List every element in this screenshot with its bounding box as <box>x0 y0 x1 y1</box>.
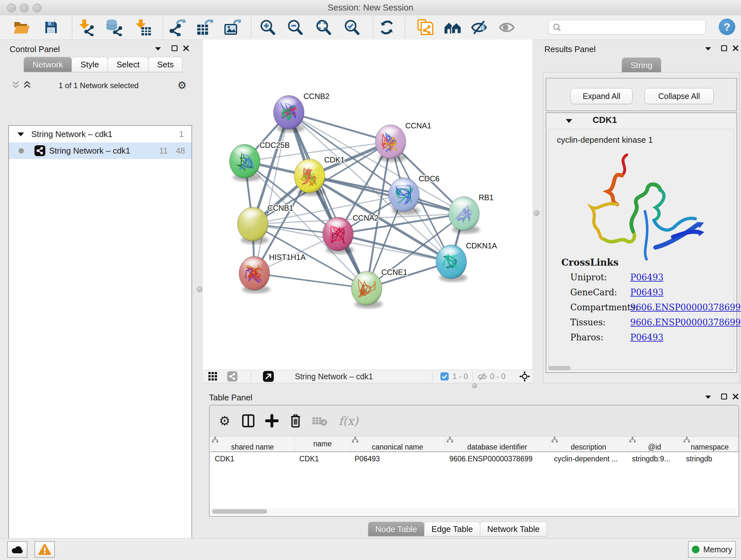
show-columns-icon[interactable] <box>239 412 258 430</box>
selected-checkbox-icon[interactable] <box>441 372 449 381</box>
panel-menu-icon[interactable] <box>152 44 163 54</box>
delete-table-icon[interactable] <box>311 412 329 430</box>
network-node-CDC6[interactable] <box>389 178 420 215</box>
tab-edge-table[interactable]: Edge Table <box>424 522 480 537</box>
save-session-button[interactable] <box>41 18 61 37</box>
zoom-selected-button[interactable] <box>342 18 362 37</box>
panel-float-icon[interactable] <box>169 44 180 53</box>
panel-float-icon[interactable] <box>719 44 730 53</box>
table-settings-gear-icon[interactable]: ⚙ <box>215 412 234 430</box>
table-cell[interactable]: CDK1 <box>295 452 350 465</box>
horizontal-splitter-handle[interactable] <box>472 383 477 388</box>
crosslinks-title: CrossLinks <box>561 257 618 268</box>
network-node-CCNB2[interactable] <box>273 96 305 132</box>
expand-all-button[interactable]: Expand All <box>570 88 632 104</box>
function-builder-icon[interactable]: f(x) <box>335 412 362 430</box>
refresh-button[interactable] <box>377 18 397 37</box>
network-node-CCNA1[interactable] <box>375 125 407 162</box>
show-all-button[interactable] <box>497 18 517 37</box>
table-scrollbar-thumb[interactable] <box>212 509 267 514</box>
detach-view-icon[interactable] <box>263 371 274 382</box>
network-node-CCNB1[interactable] <box>238 207 269 244</box>
table-horizontal-scrollbar[interactable] <box>210 508 737 515</box>
zoom-out-button[interactable] <box>285 18 305 37</box>
memory-button[interactable]: Memory <box>688 541 736 558</box>
crosslink-link[interactable]: 9606.ENSP00000378699 <box>630 317 741 327</box>
grid-view-icon[interactable] <box>208 372 218 381</box>
export-image-button[interactable] <box>222 18 242 37</box>
table-cell[interactable]: P06493 <box>350 452 445 465</box>
network-node-CDK1[interactable] <box>294 159 326 196</box>
import-network-file-button[interactable] <box>77 18 96 37</box>
network-node-RB1[interactable] <box>449 197 480 234</box>
search-input[interactable] <box>564 21 702 33</box>
table-cell[interactable]: cyclin-dependent ... <box>549 452 627 465</box>
panel-close-icon[interactable] <box>730 44 741 53</box>
birds-eye-view-icon[interactable] <box>519 371 530 382</box>
column-header-canonical-name[interactable]: canonical name <box>350 436 445 452</box>
table-cell[interactable]: CDK1 <box>210 452 295 465</box>
network-edge-CCNB2-CCNE1[interactable] <box>289 112 367 288</box>
export-network-button[interactable] <box>167 18 187 37</box>
crosslink-link[interactable]: P06493 <box>630 287 664 297</box>
export-table-button[interactable] <box>195 18 214 37</box>
column-header-@id[interactable]: @id <box>627 436 682 452</box>
gene-expander-icon[interactable] <box>565 119 572 123</box>
panel-float-icon[interactable] <box>719 392 730 401</box>
collapse-all-button[interactable]: Collapse All <box>645 88 714 104</box>
create-column-plus-icon[interactable] <box>263 412 281 430</box>
first-neighbors-button[interactable] <box>443 18 463 37</box>
crosslink-link[interactable]: P06493 <box>630 272 664 282</box>
tab-string[interactable]: String <box>622 57 661 73</box>
network-row-selected[interactable]: String Network – cdk1 11 48 <box>9 142 192 159</box>
tab-sets[interactable]: Sets <box>148 57 183 72</box>
column-header-namespace[interactable]: namespace <box>682 436 738 452</box>
warning-status-button[interactable] <box>35 541 55 558</box>
tab-network-table[interactable]: Network Table <box>480 522 547 537</box>
panel-close-icon[interactable] <box>730 392 741 401</box>
left-splitter-handle[interactable] <box>197 287 202 292</box>
panel-menu-icon[interactable] <box>703 44 714 54</box>
results-scrollbar-thumb[interactable] <box>548 366 570 370</box>
table-cell[interactable]: 9606.ENSP00000378699 <box>445 452 549 465</box>
view-toolbar-separator <box>473 371 473 381</box>
tab-node-table[interactable]: Node Table <box>368 522 424 537</box>
tab-select[interactable]: Select <box>108 57 148 72</box>
network-node-CDC25B[interactable] <box>229 144 261 181</box>
network-collection-row[interactable]: String Network – cdk1 1 <box>9 126 192 142</box>
table-cell[interactable]: stringdb:9... <box>627 452 682 465</box>
hidden-eye-icon[interactable] <box>477 373 488 381</box>
crosslink-link[interactable]: P06493 <box>630 332 664 342</box>
cloud-status-button[interactable] <box>7 541 27 558</box>
hide-selected-button[interactable] <box>469 18 489 37</box>
zoom-fit-button[interactable] <box>314 18 333 37</box>
network-options-gear-icon[interactable]: ⚙ <box>178 79 187 91</box>
zoom-in-button[interactable] <box>258 18 278 37</box>
column-header-shared-name[interactable]: shared name <box>210 436 295 452</box>
panel-menu-icon[interactable] <box>703 392 714 402</box>
network-node-CDKN1A[interactable] <box>436 245 467 282</box>
tab-network[interactable]: Network <box>23 57 72 72</box>
collection-expander-icon[interactable] <box>17 132 24 137</box>
panel-close-icon[interactable] <box>181 44 192 53</box>
network-node-CCNA2[interactable] <box>323 217 354 254</box>
delete-column-trash-icon[interactable] <box>286 412 305 430</box>
network-canvas[interactable]: CCNB2CCNA1CDC25BCDK1CDC6RB1CCNB1CCNA2CDK… <box>203 40 532 370</box>
import-network-database-button[interactable] <box>105 18 124 37</box>
import-table-file-button[interactable] <box>133 18 153 37</box>
column-header-database-identifier[interactable]: database identifier <box>445 436 549 452</box>
network-edge-CCNB2-HIST1H1A[interactable] <box>254 112 289 273</box>
tab-style[interactable]: Style <box>71 57 108 72</box>
network-share-view-icon[interactable] <box>227 371 238 381</box>
column-header-description[interactable]: description <box>549 436 627 452</box>
new-network-from-selection-button[interactable] <box>415 18 434 37</box>
column-header-name[interactable]: name <box>295 436 350 452</box>
help-button[interactable]: ? <box>719 18 735 35</box>
network-edge-HIST1H1A-CCNE1[interactable] <box>254 273 367 288</box>
right-splitter-handle[interactable] <box>534 210 539 216</box>
network-node-CCNE1[interactable] <box>351 271 383 308</box>
network-node-HIST1H1A[interactable] <box>239 256 270 294</box>
crosslink-link[interactable]: 9606.ENSP00000378699 <box>630 302 741 312</box>
table-cell[interactable]: stringdb <box>682 452 738 465</box>
open-session-button[interactable] <box>12 18 31 37</box>
